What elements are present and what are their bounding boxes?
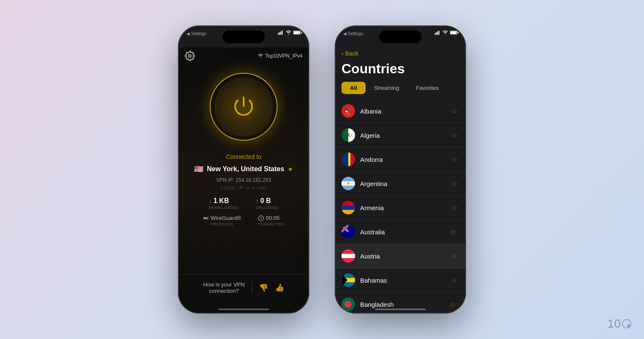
tab-streaming[interactable]: Streaming [366, 82, 408, 94]
svg-point-9 [206, 217, 208, 219]
wifi-network-label: Top10VPN_IPv4 [258, 53, 303, 59]
clock-icon [258, 215, 264, 221]
svg-rect-27 [350, 153, 355, 166]
flag-austria [341, 249, 355, 263]
battery-icon-phone2 [450, 31, 459, 35]
dynamic-island [222, 31, 265, 43]
flag-andorra [341, 153, 355, 166]
filter-tabs: All Streaming Favorites [335, 82, 466, 99]
country-algeria[interactable]: ☪ Algeria ☆ [335, 123, 466, 147]
country-austria[interactable]: Austria ☆ [335, 244, 466, 268]
country-name-andorra: Andorra [360, 156, 452, 163]
star-austria[interactable]: ☆ [452, 252, 458, 260]
flag-bangladesh [341, 297, 355, 311]
flag-albania: 🦅 [341, 104, 355, 118]
country-name-bahamas: Bahamas [360, 277, 452, 284]
vpn-ip: VPN IP: 154.16.192.253 [178, 177, 309, 183]
feedback-text: How is your VPNconnection? [203, 281, 244, 294]
thumbs-up-icon[interactable]: 👍 [275, 283, 284, 292]
country-name-algeria: Algeria [360, 132, 452, 139]
phone1-header: Top10VPN_IPv4 [178, 47, 309, 64]
flag-bahamas [341, 273, 355, 287]
upload-stat: ↑ 0 B UPLOADED [256, 197, 279, 210]
star-argentina[interactable]: ☆ [452, 180, 458, 188]
thumbs-down-icon[interactable]: 👎 [259, 283, 268, 292]
phones-container: ◀ Settings 15:08 Top10VPN_IPv4 [178, 25, 466, 314]
power-button-container[interactable] [178, 73, 309, 141]
brand-circle-icon [622, 319, 631, 328]
svg-rect-19 [458, 32, 459, 33]
settings-gear-icon[interactable] [185, 51, 195, 61]
power-ring[interactable] [210, 73, 278, 141]
svg-rect-5 [294, 31, 300, 34]
country-name-bangladesh: Bangladesh [360, 301, 450, 308]
country-bahamas[interactable]: Bahamas ☆ [335, 268, 466, 292]
home-indicator-phone2 [375, 308, 426, 310]
svg-rect-6 [301, 32, 302, 33]
country-bangladesh[interactable]: Bangladesh ☆ › [335, 292, 466, 314]
star-australia[interactable]: ☆ [450, 228, 456, 236]
country-name-albania: Albania [360, 108, 452, 115]
protocol-row: WireGuard® PROTOCOL 00:05 CONNECTED [178, 215, 309, 226]
country-name-armenia: Armenia [360, 204, 452, 211]
wifi-icon-phone2 [442, 31, 448, 35]
location-star[interactable]: ★ [288, 166, 293, 172]
star-bahamas[interactable]: ☆ [452, 276, 458, 284]
connected-to-label: Connected to [178, 153, 309, 160]
protocol-item: WireGuard® PROTOCOL [203, 215, 241, 226]
star-andorra[interactable]: ☆ [452, 156, 458, 164]
country-name-argentina: Argentina [360, 180, 452, 187]
svg-point-11 [205, 218, 205, 218]
country-australia[interactable]: Australia ☆ › [335, 220, 466, 244]
signal-icon-phone2 [435, 31, 441, 35]
signal-icon-phone1 [278, 31, 284, 35]
local-ip: LOCAL IP: •• •• ••/•• [178, 186, 309, 190]
country-albania[interactable]: 🦅 Albania ☆ [335, 99, 466, 123]
upload-label: UPLOADED [256, 206, 279, 210]
phone-vpn-connected: ◀ Settings 15:08 Top10VPN_IPv4 [178, 25, 309, 314]
countries-screen: ‹ Back Countries All Streaming Favorites… [335, 47, 466, 314]
tab-favorites[interactable]: Favorites [408, 82, 447, 94]
location-row: 🇺🇸 New York, United States ★ [178, 164, 309, 174]
country-argentina[interactable]: Argentina ☆ [335, 172, 466, 196]
flag-algeria: ☪ [341, 128, 355, 142]
svg-rect-16 [439, 31, 439, 35]
country-andorra[interactable]: Andorra ☆ [335, 147, 466, 172]
power-icon[interactable] [231, 94, 256, 119]
location-flag: 🇺🇸 [194, 164, 203, 174]
svg-rect-32 [341, 206, 355, 210]
time-item: 00:05 CONNECTED [258, 215, 284, 226]
download-arrow: ↓ [209, 197, 212, 204]
upload-arrow: ↑ [256, 197, 259, 204]
svg-point-47 [344, 301, 351, 308]
download-value: 1 KB [214, 197, 229, 205]
chevron-australia: › [458, 229, 459, 235]
svg-text:🦅: 🦅 [344, 107, 353, 115]
country-armenia[interactable]: Armenia ☆ [335, 196, 466, 220]
svg-rect-3 [282, 31, 283, 35]
svg-rect-2 [280, 31, 281, 35]
svg-rect-18 [450, 31, 457, 34]
star-algeria[interactable]: ☆ [452, 131, 458, 139]
protocol-name: WireGuard® [211, 215, 241, 221]
svg-rect-15 [437, 31, 438, 35]
star-bangladesh[interactable]: ☆ [450, 300, 456, 308]
star-albania[interactable]: ☆ [452, 107, 458, 115]
brand-watermark: 10 [608, 317, 631, 331]
tab-all[interactable]: All [341, 82, 366, 94]
star-armenia[interactable]: ☆ [452, 204, 458, 212]
dynamic-island-2 [379, 31, 422, 43]
home-indicator-phone1 [218, 308, 269, 310]
back-nav[interactable]: ‹ Back [335, 47, 466, 59]
wifi-label-icon [258, 54, 264, 58]
feedback-divider [252, 281, 252, 294]
country-name-australia: Australia [360, 228, 450, 236]
svg-point-30 [347, 182, 350, 185]
back-label[interactable]: Back [345, 50, 358, 57]
phone-countries: ◀ Settings 15:07 ‹ Back Countries All St… [335, 25, 466, 314]
feedback-row: How is your VPNconnection? 👎 👍 [178, 274, 309, 301]
download-label: DOWNLOADED [209, 206, 239, 210]
connected-time: 00:05 [266, 215, 280, 221]
wifi-name: Top10VPN_IPv4 [265, 53, 303, 59]
countries-title: Countries [335, 59, 466, 82]
